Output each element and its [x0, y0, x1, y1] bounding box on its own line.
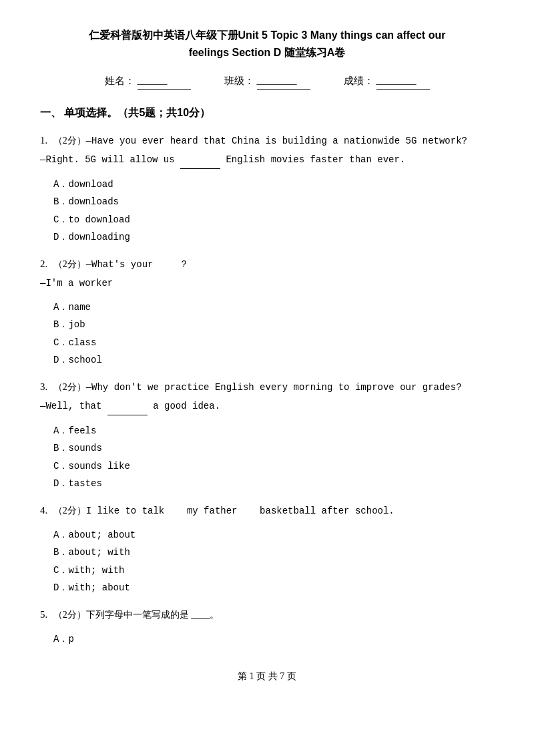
q1-optD: D．downloading	[53, 228, 494, 246]
question-5: 5. （2分）下列字母中一笔写成的是 ____。 A．p	[40, 606, 494, 648]
question-2: 2. （2分）—What's your ? —I'm a worker A．na…	[40, 256, 494, 369]
q3-dialog2: —Well, that a good idea.	[40, 399, 494, 415]
q1-optC: C．to download	[53, 211, 494, 229]
class-field: 班级： ________	[224, 71, 310, 90]
question-3: 3. （2分）—Why don't we practice English ev…	[40, 379, 494, 493]
q3-optA: A．feels	[53, 422, 494, 440]
score-field: 成绩： ________	[344, 71, 430, 90]
q5-stem: 5. （2分）下列字母中一笔写成的是 ____。	[40, 606, 494, 624]
q3-optD: D．tastes	[53, 475, 494, 493]
page-footer: 第 1 页 共 7 页	[40, 668, 494, 685]
q3-optC: C．sounds like	[53, 457, 494, 476]
q4-optC: C．with; with	[53, 562, 494, 580]
q4-optB: B．about; with	[53, 544, 494, 562]
question-4: 4. （2分）I like to talk my father basketba…	[40, 502, 494, 597]
question-1: 1. （2分）—Have you ever heard that China i…	[40, 132, 494, 246]
q2-optA: A．name	[53, 299, 494, 317]
q1-stem: 1. （2分）—Have you ever heard that China i…	[40, 132, 494, 150]
q1-optA: A．download	[53, 176, 494, 194]
student-info: 姓名： ______ 班级： ________ 成绩： ________	[40, 71, 494, 90]
q1-optB: B．downloads	[53, 193, 494, 211]
section1-title: 一、 单项选择。（共5题；共10分）	[40, 104, 494, 123]
q2-stem: 2. （2分）—What's your ?	[40, 256, 494, 273]
q3-stem: 3. （2分）—Why don't we practice English ev…	[40, 379, 494, 396]
q3-optB: B．sounds	[53, 439, 494, 457]
q4-optA: A．about; about	[53, 526, 494, 544]
name-field: 姓名： ______	[105, 71, 191, 90]
q2-optC: C．class	[53, 334, 494, 352]
q5-optA: A．p	[53, 630, 494, 648]
q1-dialog2: —Right. 5G will allow us English movies …	[40, 152, 494, 169]
q2-optB: B．job	[53, 316, 494, 334]
q4-optD: D．with; about	[53, 579, 494, 597]
q2-optD: D．school	[53, 351, 494, 369]
page-title: 仁爱科普版初中英语八年级下册Unit 5 Topic 3 Many things…	[40, 27, 494, 61]
q2-dialog2: —I'm a worker	[40, 276, 494, 292]
q4-stem: 4. （2分）I like to talk my father basketba…	[40, 502, 494, 520]
